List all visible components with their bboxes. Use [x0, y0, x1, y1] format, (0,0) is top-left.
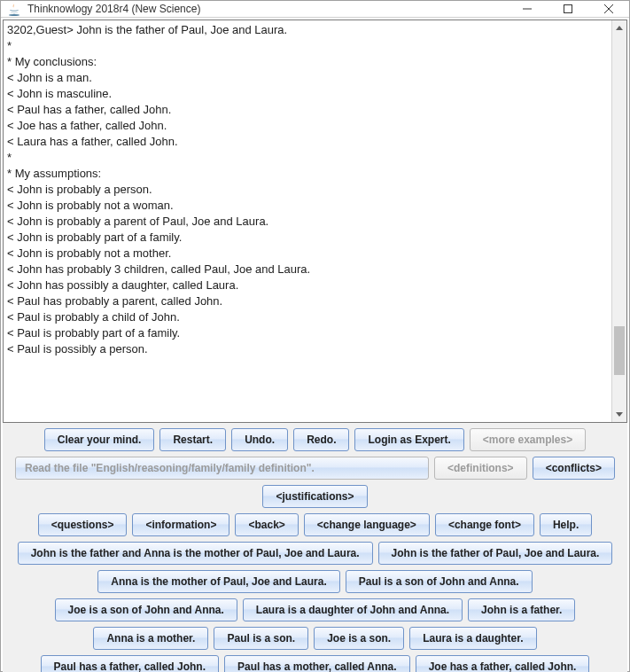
svg-point-0: [9, 14, 19, 16]
scroll-up-arrow[interactable]: [612, 20, 626, 35]
sentence-button[interactable]: Laura is a daughter of John and Anna.: [243, 598, 463, 621]
app-window: Thinknowlogy 2018r4 (New Science) 3202,G…: [0, 0, 630, 672]
sentence-button[interactable]: Joe has a father, called John.: [416, 655, 590, 672]
read-file-field[interactable]: Read the file "English/reasoning/family/…: [15, 457, 429, 480]
sentence-button[interactable]: Paul has a mother, called Anna.: [224, 655, 410, 672]
login-button[interactable]: Login as Expert.: [354, 428, 463, 451]
redo-button[interactable]: Redo.: [293, 428, 349, 451]
justifications-button[interactable]: <justifications>: [262, 485, 367, 508]
svg-marker-5: [616, 26, 623, 30]
change-language-button[interactable]: <change language>: [304, 513, 430, 536]
help-button[interactable]: Help.: [540, 513, 592, 536]
java-icon: [6, 1, 22, 17]
sentence-button[interactable]: John is the father of Paul, Joe and Laur…: [378, 542, 613, 565]
sentence-button[interactable]: Anna is a mother.: [93, 627, 208, 650]
titlebar: Thinknowlogy 2018r4 (New Science): [1, 1, 629, 18]
output-area: 3202,Guest> John is the father of Paul, …: [3, 20, 627, 423]
close-button[interactable]: [588, 1, 629, 17]
vertical-scrollbar[interactable]: [611, 20, 626, 422]
window-controls: [507, 1, 629, 17]
restart-button[interactable]: Restart.: [159, 428, 226, 451]
questions-button[interactable]: <questions>: [38, 513, 128, 536]
sentence-button[interactable]: John is a father.: [468, 598, 575, 621]
svg-rect-2: [564, 5, 572, 13]
window-title: Thinknowlogy 2018r4 (New Science): [27, 3, 507, 15]
sentence-button[interactable]: Paul is a son of John and Anna.: [346, 570, 533, 593]
sentence-button[interactable]: Joe is a son of John and Anna.: [55, 598, 237, 621]
sentence-button[interactable]: Joe is a son.: [314, 627, 404, 650]
sentence-button[interactable]: John is the father and Anna is the mothe…: [18, 542, 373, 565]
scroll-down-arrow[interactable]: [612, 407, 626, 422]
clear-button[interactable]: Clear your mind.: [44, 428, 155, 451]
toolbar-row-1: Clear your mind. Restart. Undo. Redo. Lo…: [6, 428, 624, 451]
button-panel: Clear your mind. Restart. Undo. Redo. Lo…: [3, 423, 627, 672]
sentence-button[interactable]: Laura is a daughter.: [409, 627, 536, 650]
sentence-button[interactable]: Paul has a father, called John.: [41, 655, 219, 672]
maximize-button[interactable]: [548, 1, 588, 17]
more-examples-button[interactable]: <more examples>: [470, 428, 586, 451]
back-button[interactable]: <back>: [235, 513, 298, 536]
sentence-button[interactable]: Paul is a son.: [214, 627, 308, 650]
conflicts-button[interactable]: <conflicts>: [533, 457, 615, 480]
minimize-button[interactable]: [507, 1, 548, 17]
definitions-button[interactable]: <definitions>: [434, 457, 527, 480]
output-text[interactable]: 3202,Guest> John is the father of Paul, …: [4, 20, 611, 422]
toolbar-row-2: Read the file "English/reasoning/family/…: [6, 457, 624, 508]
content: 3202,Guest> John is the father of Paul, …: [1, 18, 629, 672]
information-button[interactable]: <information>: [132, 513, 229, 536]
scroll-thumb[interactable]: [614, 326, 625, 375]
change-font-button[interactable]: <change font>: [435, 513, 534, 536]
svg-marker-6: [616, 412, 623, 417]
toolbar-row-3: <questions> <information> <back> <change…: [6, 513, 624, 536]
sentence-button[interactable]: Anna is the mother of Paul, Joe and Laur…: [97, 570, 339, 593]
sentence-buttons: John is the father and Anna is the mothe…: [6, 542, 624, 672]
undo-button[interactable]: Undo.: [231, 428, 288, 451]
